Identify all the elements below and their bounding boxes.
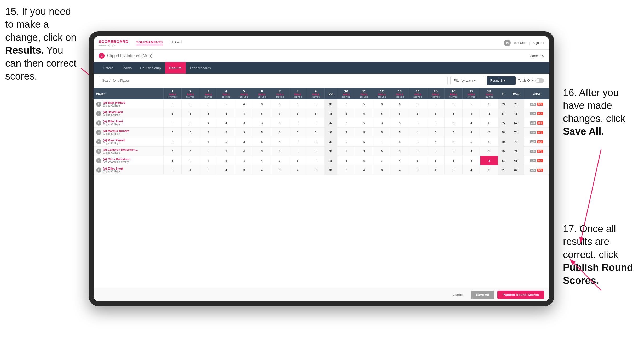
tab-teams[interactable]: Teams [118,62,136,74]
score-front-1[interactable]: 3 [164,156,181,165]
filter-team-dropdown[interactable]: Filter by team ▾ [450,76,484,85]
score-back-15[interactable]: 3 [427,128,444,137]
score-front-5[interactable]: 3 [235,128,253,137]
score-front-1[interactable]: 3 [164,137,181,147]
score-back-14[interactable]: 4 [409,128,427,137]
score-front-2[interactable]: 3 [181,118,199,128]
score-front-2[interactable]: 3 [181,99,199,109]
score-front-8[interactable]: 5 [289,156,307,165]
tab-course-setup[interactable]: Course Setup [136,62,165,74]
score-back-15[interactable]: 4 [427,165,444,175]
dq-badge[interactable]: DQ [537,121,543,125]
score-back-11[interactable]: 4 [355,165,373,175]
score-back-13[interactable]: 4 [391,165,409,175]
score-front-4[interactable]: 4 [217,118,235,128]
score-front-3[interactable]: 4 [199,156,217,165]
score-front-7[interactable]: 3 [271,128,289,137]
score-back-16[interactable]: 3 [445,156,462,165]
score-front-9[interactable]: 5 [307,99,324,109]
score-front-7[interactable]: 5 [271,118,289,128]
score-front-9[interactable]: 3 [307,165,324,175]
score-back-17[interactable]: 5 [462,99,480,109]
score-back-15[interactable]: 5 [427,118,444,128]
scores-container[interactable]: Player 1PAR:4370 YDS 2PAR:5511 YDS 3PAR:… [94,88,549,288]
score-front-5[interactable]: 3 [235,165,253,175]
wd-badge[interactable]: WD [530,131,536,134]
score-back-11[interactable]: 5 [355,99,373,109]
score-back-13[interactable]: 5 [391,118,409,128]
score-front-1[interactable]: 5 [164,128,181,137]
score-back-16[interactable]: 6 [445,99,462,109]
score-back-11[interactable]: 3 [355,147,373,156]
score-back-10[interactable]: 3 [337,109,355,118]
score-back-10[interactable]: 4 [337,128,355,137]
score-front-8[interactable]: 3 [289,109,307,118]
score-front-2[interactable]: 4 [181,156,199,165]
score-front-3[interactable]: 3 [199,165,217,175]
score-back-14[interactable]: 3 [409,147,427,156]
score-front-4[interactable]: 4 [217,109,235,118]
score-back-14[interactable]: 3 [409,165,427,175]
totals-only-toggle[interactable]: Totals Only [518,78,544,83]
score-back-12[interactable]: 4 [373,137,391,147]
score-back-18[interactable]: 3 [480,109,498,118]
score-back-11[interactable]: 5 [355,137,373,147]
score-front-4[interactable]: 4 [217,165,235,175]
score-front-6[interactable]: 3 [253,99,271,109]
score-front-9[interactable]: 5 [307,137,324,147]
score-front-6[interactable]: 5 [253,137,271,147]
score-front-1[interactable]: 3 [164,165,181,175]
tab-results[interactable]: Results [165,62,186,74]
score-back-14[interactable]: 3 [409,137,427,147]
score-back-18[interactable]: 6 [480,118,498,128]
score-front-7[interactable]: 3 [271,156,289,165]
score-back-17[interactable]: 4 [462,147,480,156]
score-back-14[interactable]: 3 [409,109,427,118]
score-back-11[interactable]: 5 [355,156,373,165]
score-front-6[interactable]: 4 [253,165,271,175]
score-front-5[interactable]: 3 [235,137,253,147]
score-front-2[interactable]: 4 [181,165,199,175]
score-front-9[interactable]: 4 [307,156,324,165]
score-front-9[interactable]: 3 [307,118,324,128]
round-dropdown[interactable]: Round 3 ▾ [487,76,516,85]
score-front-3[interactable]: 4 [199,128,217,137]
score-back-12[interactable]: 3 [373,156,391,165]
score-back-15[interactable]: 5 [427,99,444,109]
score-back-10[interactable]: 3 [337,156,355,165]
score-back-18[interactable]: 3 [480,165,498,175]
score-back-16[interactable]: 3 [445,118,462,128]
score-front-2[interactable]: 3 [181,109,199,118]
score-back-12[interactable]: 5 [373,109,391,118]
score-front-3[interactable]: 4 [199,137,217,147]
score-front-8[interactable]: 3 [289,147,307,156]
dq-badge[interactable]: DQ [537,112,543,115]
score-front-2[interactable]: 3 [181,137,199,147]
nav-link-tournaments[interactable]: TOURNAMENTS [136,40,163,45]
dq-badge[interactable]: DQ [537,150,543,153]
score-front-3[interactable]: 3 [199,109,217,118]
score-back-12[interactable]: 3 [373,118,391,128]
score-back-18[interactable]: 3 [480,156,498,165]
score-back-17[interactable]: 4 [462,165,480,175]
score-back-13[interactable]: 5 [391,128,409,137]
score-back-12[interactable]: 5 [373,147,391,156]
score-front-9[interactable]: 5 [307,147,324,156]
score-back-17[interactable]: 4 [462,156,480,165]
score-front-6[interactable]: 5 [253,109,271,118]
score-back-12[interactable]: 3 [373,165,391,175]
score-front-4[interactable]: 3 [217,147,235,156]
score-front-1[interactable]: 6 [164,109,181,118]
score-back-16[interactable]: 3 [445,165,462,175]
score-back-15[interactable]: 3 [427,147,444,156]
dq-badge[interactable]: DQ [537,103,543,106]
score-front-6[interactable]: 5 [253,128,271,137]
score-back-14[interactable]: 3 [409,99,427,109]
score-front-8[interactable]: 5 [289,128,307,137]
score-front-8[interactable]: 3 [289,137,307,147]
score-back-10[interactable]: 3 [337,99,355,109]
dq-badge[interactable]: DQ [537,140,543,143]
score-front-1[interactable]: 4 [164,147,181,156]
score-back-18[interactable]: 3 [480,147,498,156]
score-back-12[interactable]: 3 [373,99,391,109]
